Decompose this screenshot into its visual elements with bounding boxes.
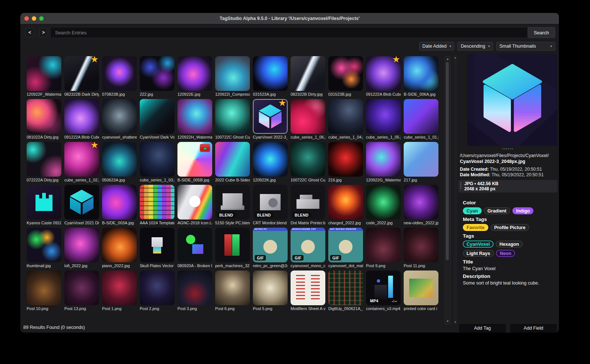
grid-item[interactable]: 050623A.jpg xyxy=(102,142,137,182)
grid-item[interactable]: lofi_2022.jpg xyxy=(64,228,99,268)
file-thumbnail[interactable] xyxy=(177,142,212,177)
tag-pill[interactable]: Gradient xyxy=(484,207,510,214)
grid-scrollbar[interactable]: ▲ ▼ xyxy=(445,56,451,324)
grid-item[interactable]: ★CyanVoxel 2022-3_ xyxy=(253,99,288,139)
grid-item[interactable]: RETRO PCGIFretro_pc_green@3x xyxy=(253,228,288,268)
grid-item[interactable]: 031523B.jpg xyxy=(328,56,363,96)
file-thumbnail[interactable]: ★ xyxy=(253,99,288,134)
file-thumbnail[interactable] xyxy=(328,142,363,177)
grid-item[interactable]: perk_machines_32 xyxy=(215,228,250,268)
grid-item[interactable]: 080920A - Broken I xyxy=(177,228,212,268)
grid-item[interactable]: ★082322B Dark Dirty xyxy=(64,56,99,96)
grid-item[interactable]: 120922I_Compress xyxy=(215,56,250,96)
grid-item[interactable]: 031523A.jpg xyxy=(253,56,288,96)
grid-item[interactable]: Post 2.png xyxy=(140,271,174,311)
grid-item[interactable]: CyanVoxel 2021 Dis xyxy=(64,185,99,225)
grid-item[interactable]: BLENDCRT Monitor.blend xyxy=(253,185,288,225)
file-thumbnail[interactable] xyxy=(366,228,401,262)
file-thumbnail[interactable]: BLEND xyxy=(253,185,288,220)
file-thumbnail[interactable]: ★ xyxy=(64,142,99,177)
file-thumbnail[interactable] xyxy=(291,271,325,305)
file-thumbnail[interactable] xyxy=(404,271,438,305)
grid-item[interactable]: DOT MATRIX PRINTERGIFcyanvoxel_dot_mat xyxy=(328,228,363,268)
file-thumbnail[interactable] xyxy=(140,228,174,262)
search-button[interactable]: Search xyxy=(528,27,555,38)
scroll-down-icon[interactable]: ▼ xyxy=(445,319,450,324)
add-tag-button[interactable]: Add Tag xyxy=(458,323,506,333)
file-thumbnail[interactable] xyxy=(27,271,61,305)
grid-item[interactable]: AGNC-2018 Icon Lo xyxy=(177,185,212,225)
file-thumbnail[interactable] xyxy=(27,185,61,220)
file-thumbnail[interactable] xyxy=(177,56,212,91)
file-thumbnail[interactable]: ★ xyxy=(366,56,401,91)
grid-item[interactable]: Post 13.png xyxy=(64,271,99,311)
file-thumbnail[interactable] xyxy=(140,185,174,220)
preview-image[interactable] xyxy=(467,54,557,146)
tag-pill[interactable]: Profile Picture xyxy=(491,224,529,231)
sort-order-dropdown[interactable]: Descending ▾ xyxy=(457,42,493,51)
file-thumbnail[interactable]: RETRO PCGIF xyxy=(253,228,288,262)
file-thumbnail[interactable] xyxy=(102,185,137,220)
grid-item[interactable]: Post 6.png xyxy=(215,271,250,311)
file-thumbnail[interactable] xyxy=(140,56,174,91)
file-thumbnail[interactable]: DOT MATRIX PRINTERGIF xyxy=(328,228,363,262)
file-thumbnail[interactable]: MONOCHROME CRTGIF xyxy=(291,228,325,262)
file-thumbnail[interactable]: ★ xyxy=(64,56,99,91)
grid-item[interactable]: cube_series_1_04.j xyxy=(328,99,363,139)
grid-item[interactable]: B-SIDE_005B.jpg xyxy=(177,142,212,182)
grid-item[interactable]: 120922F_Watermark xyxy=(27,56,61,96)
file-thumbnail[interactable] xyxy=(27,56,61,91)
file-thumbnail[interactable] xyxy=(140,142,174,177)
grid-item[interactable]: 072222A Dirty.jpg xyxy=(27,142,61,182)
grid-item[interactable]: 217.jpg xyxy=(404,142,438,182)
file-thumbnail[interactable] xyxy=(366,142,401,177)
search-input[interactable] xyxy=(50,27,532,38)
file-thumbnail[interactable] xyxy=(328,185,363,220)
file-thumbnail[interactable] xyxy=(291,99,325,134)
file-thumbnail[interactable] xyxy=(102,99,137,134)
grid-item[interactable]: cube_series_1_05.j xyxy=(366,99,401,139)
grid-item[interactable]: DigItUp_050621A_S xyxy=(328,271,363,311)
grid-item[interactable]: Modifiers Sheet A v xyxy=(291,271,325,311)
grid-item[interactable]: 120922K.jpg xyxy=(253,142,288,182)
grid-item[interactable]: MONOCHROME CRTGIFcyanvoxel_mono_cr xyxy=(291,228,325,268)
file-thumbnail[interactable] xyxy=(366,99,401,134)
file-thumbnail[interactable] xyxy=(404,56,438,91)
grid-item[interactable]: Post 11.png xyxy=(404,228,438,268)
grid-item[interactable]: 091222A Blob Cube xyxy=(64,99,99,139)
file-thumbnail[interactable] xyxy=(291,56,325,91)
file-thumbnail[interactable] xyxy=(102,142,137,177)
thumbnail-size-dropdown[interactable]: Small Thumbnails ▾ xyxy=(496,42,555,51)
grid-item[interactable]: 216.jpg xyxy=(328,142,363,182)
sort-field-dropdown[interactable]: Date Added ▾ xyxy=(419,42,455,51)
grid-item[interactable]: 2022 Cube B-Sides xyxy=(215,142,250,182)
file-thumbnail[interactable] xyxy=(27,99,61,134)
file-thumbnail[interactable]: BLEND xyxy=(291,185,325,220)
add-field-button[interactable]: Add Field xyxy=(509,323,557,333)
file-thumbnail[interactable] xyxy=(291,142,325,177)
file-thumbnail[interactable] xyxy=(215,99,250,134)
grid-item[interactable]: Post 5.png xyxy=(253,271,288,311)
file-thumbnail[interactable] xyxy=(140,99,174,134)
grid-item[interactable]: 120922G_Waterma xyxy=(366,142,401,182)
grid-item[interactable]: 081022A Dirty.jpg xyxy=(27,99,61,139)
file-thumbnail[interactable] xyxy=(27,228,61,262)
file-thumbnail[interactable] xyxy=(404,228,438,262)
tag-pill[interactable]: Favorite xyxy=(463,224,488,231)
file-thumbnail[interactable] xyxy=(404,185,438,220)
grid-item[interactable]: AAA 1024 Template xyxy=(140,185,174,225)
file-thumbnail[interactable] xyxy=(177,99,212,134)
grid-item[interactable]: Skull Plates Vector xyxy=(140,228,174,268)
file-thumbnail[interactable] xyxy=(177,228,212,262)
grid-item[interactable]: cube_series_1_06.j xyxy=(291,99,325,139)
grid-item[interactable]: 120922E.jpg xyxy=(177,56,212,96)
grid-item[interactable]: Kyanos Caste 0910 xyxy=(27,185,61,225)
tag-pill[interactable]: Light Rays xyxy=(463,250,494,257)
forward-button[interactable]: > xyxy=(39,28,48,37)
file-thumbnail[interactable] xyxy=(177,271,212,305)
grid-item[interactable]: CyanVoxel Dark Vox xyxy=(140,99,174,139)
tag-pill[interactable]: CyanVoxel xyxy=(463,241,494,248)
grid-item[interactable]: ★091222A Blob Cube xyxy=(366,56,401,96)
file-thumbnail[interactable] xyxy=(140,271,174,305)
grid-item[interactable]: code_2022.jpg xyxy=(366,185,401,225)
